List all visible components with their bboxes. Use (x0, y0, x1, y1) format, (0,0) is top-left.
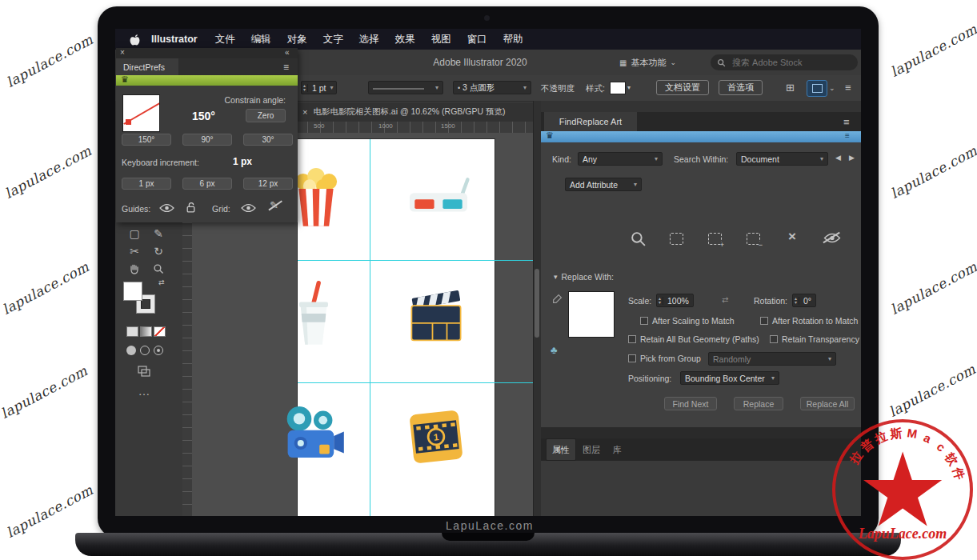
menu-item-window[interactable]: 窗口 (467, 33, 487, 46)
document-setup-button[interactable]: 文档设置 (656, 80, 709, 95)
tab-properties[interactable]: 属性 (546, 438, 576, 461)
replace-swatch[interactable] (568, 291, 615, 338)
kind-dropdown[interactable]: Any ▾ (578, 152, 663, 166)
randomly-dropdown[interactable]: Randomly ▾ (708, 352, 836, 366)
eyedropper-icon[interactable] (552, 293, 563, 307)
more-tools-icon[interactable]: … (134, 382, 154, 398)
tab-libraries[interactable]: 库 (607, 438, 627, 461)
increment-preset-6px[interactable]: 6 px (182, 178, 232, 190)
stroke-weight-stepper[interactable]: ▴▾ 1 pt ▾ (301, 81, 337, 94)
zoom-tool[interactable] (149, 261, 168, 277)
menu-item-select[interactable]: 选择 (359, 33, 379, 46)
angle-preset-90[interactable]: 90° (182, 134, 232, 146)
panel-menu-icon[interactable]: ≡ (283, 62, 289, 73)
close-panel-icon[interactable]: × (120, 48, 125, 57)
tab-directprefs[interactable]: DirectPrefs (116, 58, 178, 75)
workspace-switcher[interactable]: ▦ 基本功能 ⌄ (619, 55, 676, 70)
next-match-icon[interactable]: ▶ (849, 154, 855, 162)
close-tab-icon[interactable]: × (302, 107, 307, 117)
rotation-stepper[interactable]: ▴▾ 0° (792, 294, 816, 307)
menu-item-edit[interactable]: 编辑 (251, 33, 271, 46)
rotate-tool[interactable]: ↻ (149, 243, 168, 259)
film-reel-icon[interactable]: 1 (400, 401, 472, 473)
film-camera-icon[interactable] (278, 400, 350, 472)
tab-layers[interactable]: 图层 (576, 438, 607, 461)
hide-matches-icon[interactable] (823, 232, 841, 246)
increment-preset-12px[interactable]: 12 px (243, 178, 293, 190)
menu-item-help[interactable]: 帮助 (503, 33, 523, 46)
scale-stepper[interactable]: ▴▾ 100% (656, 294, 694, 307)
increment-preset-1px[interactable]: 1 px (122, 178, 171, 190)
vertical-guide[interactable] (370, 139, 370, 516)
draw-normal-icon[interactable] (126, 346, 136, 355)
checkbox-after-rotation[interactable] (760, 317, 768, 325)
menu-item-type[interactable]: 文字 (323, 33, 343, 46)
swap-fill-stroke-icon[interactable]: ⇄ (158, 278, 165, 286)
control-menu-icon[interactable]: ≡ (845, 82, 851, 94)
angle-preset-150[interactable]: 150° (122, 134, 171, 146)
replace-button[interactable]: Replace (734, 397, 783, 410)
3d-glasses-icon[interactable] (402, 166, 474, 238)
find-zoom-icon[interactable] (630, 230, 647, 250)
prev-match-icon[interactable]: ◀ (835, 154, 841, 162)
preferences-button[interactable]: 首选项 (719, 80, 763, 95)
horizontal-guide[interactable] (298, 260, 533, 261)
color-mode-icon[interactable] (126, 326, 138, 337)
screen-mode-icon[interactable] (134, 363, 154, 379)
positioning-dropdown[interactable]: Bounding Box Center ▾ (680, 371, 779, 385)
none-mode-icon[interactable] (154, 326, 166, 337)
draw-behind-icon[interactable] (140, 346, 150, 355)
blue-bar-menu-icon[interactable]: ≡ (845, 131, 850, 140)
angle-preset-30[interactable]: 30° (243, 134, 293, 146)
panel-menu-icon[interactable]: ≡ (843, 116, 850, 128)
brush-dropdown[interactable]: • 3 点圆形 ▾ (453, 81, 531, 94)
search-input[interactable] (731, 57, 851, 68)
guides-lock-icon[interactable] (186, 202, 196, 215)
add-to-selection-icon[interactable]: + (708, 233, 722, 245)
select-matches-icon[interactable] (670, 233, 683, 245)
pick-sample-icon[interactable]: ♣ (551, 344, 558, 356)
checkbox-retain-transparency[interactable] (770, 335, 778, 343)
opacity-label[interactable]: 不透明度 (541, 83, 575, 94)
scissors-tool[interactable]: ✂ (125, 243, 144, 259)
replace-all-button[interactable]: Replace All (800, 397, 855, 410)
find-next-button[interactable]: Find Next (664, 397, 717, 410)
fill-swatch[interactable] (123, 282, 142, 301)
arrange-documents-icon[interactable]: ⊞ (786, 82, 795, 94)
vertical-scrollbar[interactable] (535, 269, 539, 338)
gradient-mode-icon[interactable] (140, 326, 152, 337)
link-scale-rotation-icon[interactable]: ⇄ (722, 295, 728, 304)
drink-cup-icon[interactable] (278, 278, 350, 350)
subtract-from-selection-icon[interactable]: − (747, 233, 760, 245)
menu-item-effect[interactable]: 效果 (395, 33, 415, 46)
rectangle-tool[interactable]: ▢ (125, 226, 144, 242)
search-within-dropdown[interactable]: Document ▾ (736, 152, 828, 166)
hand-tool[interactable] (125, 261, 144, 277)
caret-down-icon[interactable]: ▾ (627, 84, 631, 91)
menu-item-view[interactable]: 视图 (431, 33, 451, 46)
guides-visibility-eye-icon[interactable] (159, 203, 174, 214)
draw-inside-icon[interactable] (154, 346, 163, 355)
menu-item-object[interactable]: 对象 (287, 33, 307, 46)
checkbox-retain-geometry[interactable] (628, 335, 636, 343)
grid-visibility-eye-icon[interactable] (241, 203, 256, 214)
clapperboard-icon[interactable] (400, 278, 472, 350)
pencil-tool[interactable]: ✎ (149, 226, 168, 242)
width-profile-dropdown[interactable]: ▾ (368, 81, 443, 94)
tab-findreplace-art[interactable]: FindReplace Art (544, 112, 637, 131)
menu-app-name[interactable]: Illustrator (151, 34, 198, 45)
clear-selection-icon[interactable]: × (788, 229, 796, 245)
collapse-panel-icon[interactable]: « (285, 48, 290, 57)
chevron-down-icon[interactable]: ⌄ (829, 84, 835, 92)
checkbox-pick-from-group[interactable] (628, 354, 636, 362)
checkbox-after-scaling[interactable] (640, 317, 648, 325)
horizontal-guide[interactable] (298, 382, 533, 383)
style-swatch[interactable] (610, 82, 626, 94)
zero-button[interactable]: Zero (246, 109, 286, 122)
replace-with-disclosure[interactable]: ▾ Replace With: (554, 272, 614, 282)
apple-icon[interactable] (130, 34, 140, 46)
add-attribute-dropdown[interactable]: Add Attribute ▾ (565, 178, 642, 191)
grid-pencil-icon[interactable]: ✎ (270, 199, 284, 214)
panel-dock-button[interactable] (807, 80, 827, 97)
stock-search[interactable] (711, 54, 858, 70)
